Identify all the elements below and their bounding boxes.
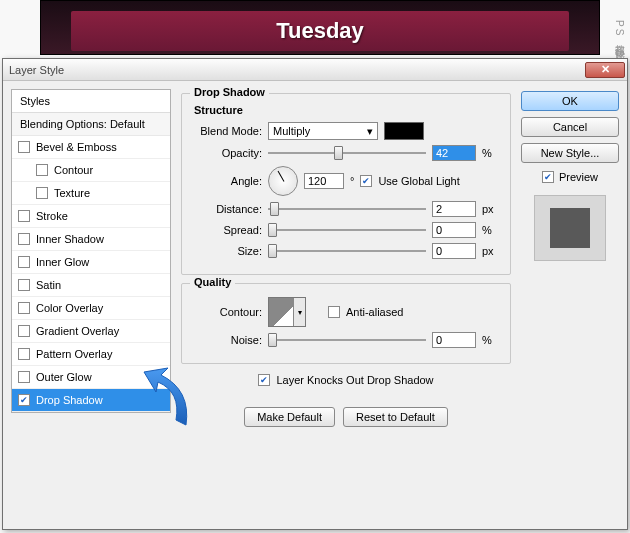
panel-title: Drop Shadow: [190, 86, 269, 98]
noise-input[interactable]: 0: [432, 332, 476, 348]
style-checkbox[interactable]: [18, 348, 30, 360]
close-button[interactable]: ✕: [585, 62, 625, 78]
global-light-label: Use Global Light: [378, 175, 459, 187]
angle-unit: °: [350, 175, 354, 187]
style-item-outer-glow[interactable]: Outer Glow: [12, 366, 170, 389]
style-item-inner-glow[interactable]: Inner Glow: [12, 251, 170, 274]
make-default-button[interactable]: Make Default: [244, 407, 335, 427]
size-slider[interactable]: [268, 243, 426, 259]
style-item-texture[interactable]: Texture: [12, 182, 170, 205]
blend-mode-label: Blend Mode:: [192, 125, 262, 137]
knockout-label: Layer Knocks Out Drop Shadow: [276, 374, 433, 386]
structure-title: Structure: [194, 104, 500, 116]
blend-mode-select[interactable]: Multiply ▾: [268, 122, 378, 140]
quality-group: Quality Contour: ▾ Anti-aliased Noise: 0…: [181, 283, 511, 364]
style-item-label: Outer Glow: [36, 371, 92, 383]
style-item-stroke[interactable]: Stroke: [12, 205, 170, 228]
dialog-title: Layer Style: [9, 64, 585, 76]
distance-input[interactable]: 2: [432, 201, 476, 217]
antialiased-label: Anti-aliased: [346, 306, 403, 318]
style-item-pattern-overlay[interactable]: Pattern Overlay: [12, 343, 170, 366]
style-item-color-overlay[interactable]: Color Overlay: [12, 297, 170, 320]
size-input[interactable]: 0: [432, 243, 476, 259]
spread-input[interactable]: 0: [432, 222, 476, 238]
ok-button[interactable]: OK: [521, 91, 619, 111]
style-item-label: Inner Shadow: [36, 233, 104, 245]
chevron-down-icon: ▾: [367, 125, 373, 138]
contour-label: Contour:: [192, 306, 262, 318]
style-item-label: Texture: [54, 187, 90, 199]
preview-inner: [550, 208, 590, 248]
noise-unit: %: [482, 334, 500, 346]
style-item-drop-shadow[interactable]: Drop Shadow: [12, 389, 170, 412]
style-item-label: Drop Shadow: [36, 394, 103, 406]
preview-swatch: [534, 195, 606, 261]
style-item-label: Inner Glow: [36, 256, 89, 268]
style-checkbox[interactable]: [18, 394, 30, 406]
spread-unit: %: [482, 224, 500, 236]
style-checkbox[interactable]: [36, 187, 48, 199]
distance-slider[interactable]: [268, 201, 426, 217]
app-banner: Tuesday: [40, 0, 600, 55]
preview-checkbox[interactable]: [542, 171, 554, 183]
style-item-label: Bevel & Emboss: [36, 141, 117, 153]
opacity-label: Opacity:: [192, 147, 262, 159]
dialog-titlebar[interactable]: Layer Style ✕: [3, 59, 627, 81]
shadow-color-swatch[interactable]: [384, 122, 424, 140]
style-checkbox[interactable]: [18, 325, 30, 337]
noise-label: Noise:: [192, 334, 262, 346]
style-checkbox[interactable]: [18, 233, 30, 245]
quality-title: Quality: [190, 276, 235, 288]
global-light-checkbox[interactable]: [360, 175, 372, 187]
style-checkbox[interactable]: [18, 256, 30, 268]
style-checkbox[interactable]: [18, 210, 30, 222]
angle-input[interactable]: 120: [304, 173, 344, 189]
close-icon: ✕: [601, 63, 610, 76]
style-item-label: Stroke: [36, 210, 68, 222]
style-item-label: Color Overlay: [36, 302, 103, 314]
noise-slider[interactable]: [268, 332, 426, 348]
angle-label: Angle:: [192, 175, 262, 187]
style-checkbox[interactable]: [18, 279, 30, 291]
style-item-label: Gradient Overlay: [36, 325, 119, 337]
opacity-slider[interactable]: [268, 145, 426, 161]
style-item-contour[interactable]: Contour: [12, 159, 170, 182]
contour-picker[interactable]: ▾: [268, 297, 306, 327]
style-item-bevel-emboss[interactable]: Bevel & Emboss: [12, 136, 170, 159]
banner-inner: Tuesday: [71, 11, 569, 51]
layer-style-dialog: Layer Style ✕ Styles Blending Options: D…: [2, 58, 628, 530]
banner-title: Tuesday: [276, 18, 364, 44]
reset-default-button[interactable]: Reset to Default: [343, 407, 448, 427]
opacity-input[interactable]: 42: [432, 145, 476, 161]
blending-options-item[interactable]: Blending Options: Default: [12, 113, 170, 136]
style-checkbox[interactable]: [18, 141, 30, 153]
blend-mode-value: Multiply: [273, 125, 310, 137]
preview-label: Preview: [559, 171, 598, 183]
drop-shadow-group: Drop Shadow Structure Blend Mode: Multip…: [181, 93, 511, 275]
styles-list: Styles Blending Options: Default Bevel &…: [11, 89, 171, 413]
style-item-label: Satin: [36, 279, 61, 291]
antialiased-checkbox[interactable]: [328, 306, 340, 318]
cancel-button[interactable]: Cancel: [521, 117, 619, 137]
size-label: Size:: [192, 245, 262, 257]
spread-label: Spread:: [192, 224, 262, 236]
new-style-button[interactable]: New Style...: [521, 143, 619, 163]
style-item-label: Pattern Overlay: [36, 348, 112, 360]
angle-dial[interactable]: [268, 166, 298, 196]
style-checkbox[interactable]: [18, 371, 30, 383]
size-unit: px: [482, 245, 500, 257]
style-item-inner-shadow[interactable]: Inner Shadow: [12, 228, 170, 251]
spread-slider[interactable]: [268, 222, 426, 238]
style-checkbox[interactable]: [36, 164, 48, 176]
style-item-gradient-overlay[interactable]: Gradient Overlay: [12, 320, 170, 343]
distance-label: Distance:: [192, 203, 262, 215]
opacity-unit: %: [482, 147, 500, 159]
knockout-checkbox[interactable]: [258, 374, 270, 386]
style-item-satin[interactable]: Satin: [12, 274, 170, 297]
style-checkbox[interactable]: [18, 302, 30, 314]
chevron-down-icon: ▾: [293, 298, 305, 326]
distance-unit: px: [482, 203, 500, 215]
style-item-label: Contour: [54, 164, 93, 176]
styles-header[interactable]: Styles: [12, 90, 170, 113]
